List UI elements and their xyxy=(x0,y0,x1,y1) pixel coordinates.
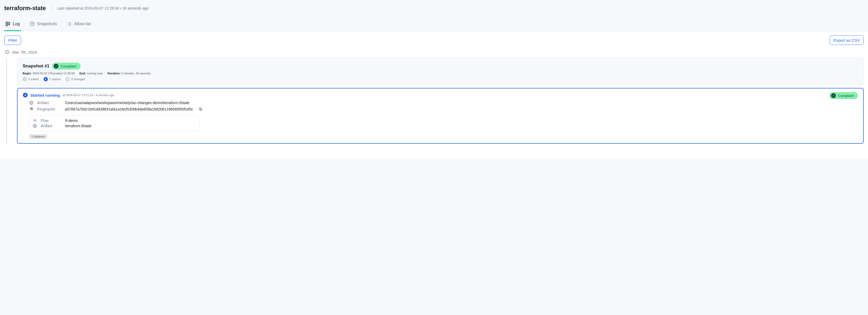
minus-icon: − xyxy=(23,77,27,81)
event-card: + Started running at 2024-03-07 12:21:32… xyxy=(17,88,864,144)
fingerprint-value: a57667a7b921b91d438631afa1a1fe35300b4da9… xyxy=(65,107,193,111)
snapshot-title: Snapshot #1 xyxy=(23,64,50,69)
date-label: Mar 7th, 2024 xyxy=(12,50,37,55)
artifact2-value: terraform.tfstate xyxy=(65,124,91,128)
tab-allowlist-label: Allow-list xyxy=(74,22,91,26)
svg-rect-0 xyxy=(6,22,8,24)
timeline: Snapshot #1 ✓ Compliant Begin: 2024-03-0… xyxy=(4,58,864,144)
flow-row: Flow tf-demo xyxy=(33,118,196,123)
waves-icon xyxy=(33,118,37,123)
compliant-badge: ✓ Compliant xyxy=(830,92,858,99)
export-csv-button[interactable]: Export as CSV xyxy=(830,36,864,45)
check-icon: ✓ xyxy=(831,93,836,98)
flow-label: Flow xyxy=(41,118,61,123)
plus-icon: + xyxy=(23,93,28,98)
tab-log-label: Log xyxy=(13,22,20,26)
page-title: terraform-state xyxy=(4,5,52,12)
fingerprint-label: Fingerprint xyxy=(37,107,61,111)
snapshot-meta: Begin: 2024-03-07 (Thursday) 12:26:04 En… xyxy=(23,72,858,75)
actions-row: Filter Export as CSV xyxy=(4,36,864,45)
plus-icon: + xyxy=(43,77,48,81)
event-head: + Started running at 2024-03-07 12:21:32… xyxy=(23,93,858,98)
started-count: +1 started xyxy=(43,77,61,81)
artifact2-row: Artifact terraform.tfstate xyxy=(33,123,196,129)
tab-bar: Log Snapshots Allow-list xyxy=(0,19,868,31)
duration-value: 0 minutes, 16 seconds xyxy=(121,72,151,75)
changed-count: ⟳0 changed xyxy=(65,77,85,81)
flow-value: tf-demo xyxy=(65,118,78,123)
instance-tag: 1 Instance xyxy=(29,134,47,139)
artifact-label: Artifact xyxy=(37,101,61,105)
clock-icon xyxy=(30,21,35,27)
fingerprint-row: Fingerprint a57667a7b921b91d438631afa1a1… xyxy=(29,106,858,112)
snapshot-counts: −0 exited +1 started ⟳0 changed xyxy=(23,77,858,81)
snapshot-head: Snapshot #1 ✓ Compliant xyxy=(23,63,858,70)
begin-label: Begin: xyxy=(23,72,32,75)
header-divider xyxy=(52,5,52,11)
badge-label: Compliant xyxy=(61,64,76,68)
log-icon xyxy=(5,21,11,27)
artifact-value: /Users/samialajrami/workspace/merkely/ia… xyxy=(65,101,189,105)
event-title[interactable]: Started running xyxy=(30,93,60,98)
badge-label: Compliant xyxy=(838,94,854,98)
check-icon: ✓ xyxy=(54,64,59,69)
cube-icon xyxy=(29,101,33,105)
refresh-icon: ⟳ xyxy=(65,77,70,81)
list-icon xyxy=(66,21,72,27)
snapshot-card: Snapshot #1 ✓ Compliant Begin: 2024-03-0… xyxy=(17,58,864,85)
artifact-row: Artifact /Users/samialajrami/workspace/m… xyxy=(29,100,858,106)
begin-value: 2024-03-07 (Thursday) 12:26:04 xyxy=(32,72,74,75)
compliant-badge: ✓ Compliant xyxy=(52,63,81,70)
end-label: End: xyxy=(80,72,86,75)
copy-icon[interactable] xyxy=(198,107,203,111)
tab-log[interactable]: Log xyxy=(4,19,21,31)
last-reported-text: Last reported at 2024-03-07 12:26:04 • 1… xyxy=(57,6,149,10)
event-details: Artifact /Users/samialajrami/workspace/m… xyxy=(29,100,858,112)
tab-snapshots[interactable]: Snapshots xyxy=(28,19,58,31)
page-header: terraform-state Last reported at 2024-03… xyxy=(0,0,868,14)
content-area: Filter Export as CSV Mar 7th, 2024 Snaps… xyxy=(0,31,868,159)
event-timestamp: at 2024-03-07 12:21:32 • 4 minutes ago xyxy=(63,94,114,97)
svg-rect-1 xyxy=(6,25,8,26)
fingerprint-icon xyxy=(29,107,33,111)
timeline-line xyxy=(6,58,7,144)
artifact2-label: Artifact xyxy=(41,124,61,128)
end-value: running now xyxy=(87,72,103,75)
filter-button[interactable]: Filter xyxy=(4,36,21,45)
svg-point-2 xyxy=(8,22,10,24)
exited-count: −0 exited xyxy=(23,77,39,81)
date-heading: Mar 7th, 2024 xyxy=(4,50,864,55)
duration-label: Duration: xyxy=(107,72,121,75)
flow-artifact-box: Flow tf-demo Artifact terraform.tfstate xyxy=(29,115,199,132)
tab-snapshots-label: Snapshots xyxy=(37,22,57,26)
clock-icon xyxy=(5,50,9,55)
tab-allowlist[interactable]: Allow-list xyxy=(65,19,92,31)
cube-icon xyxy=(33,124,37,128)
